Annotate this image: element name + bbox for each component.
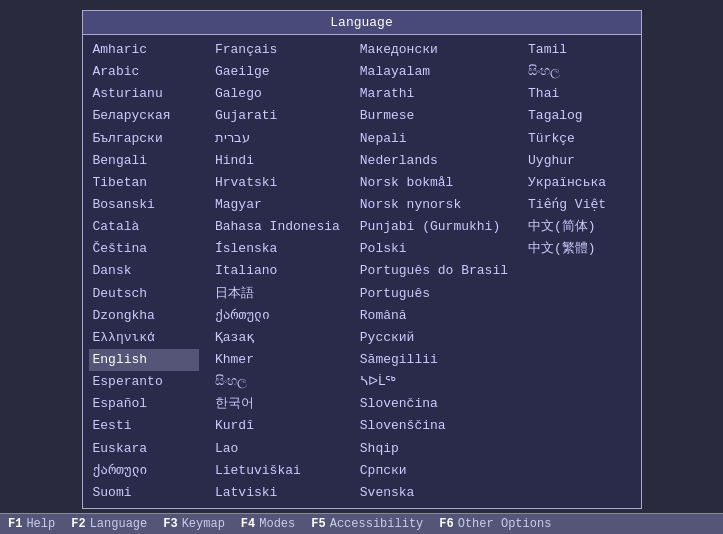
lang-col-2: МакедонскиMalayalamMarathiBurmeseNepaliN… <box>350 35 518 508</box>
language-item[interactable]: Burmese <box>356 105 512 127</box>
language-item[interactable]: English <box>89 349 199 371</box>
language-item[interactable]: Tibetan <box>89 172 199 194</box>
language-item[interactable]: 中文(繁體) <box>524 238 634 260</box>
footer-item-f4[interactable]: F4Modes <box>241 517 295 531</box>
language-item[interactable]: Norsk bokmål <box>356 172 512 194</box>
language-item[interactable] <box>524 280 634 282</box>
language-item[interactable]: Tiếng Việt <box>524 194 634 216</box>
language-item[interactable]: Français <box>211 39 344 61</box>
language-item[interactable]: Română <box>356 305 512 327</box>
language-item[interactable]: Amharic <box>89 39 199 61</box>
language-item[interactable]: Македонски <box>356 39 512 61</box>
language-item[interactable]: Euskara <box>89 438 199 460</box>
footer-bar: F1HelpF2LanguageF3KeymapF4ModesF5Accessi… <box>0 513 723 534</box>
language-item[interactable]: 한국어 <box>211 393 344 415</box>
language-item[interactable]: Polski <box>356 238 512 260</box>
language-item[interactable]: Deutsch <box>89 283 199 305</box>
language-item[interactable]: Slovenčina <box>356 393 512 415</box>
language-item[interactable]: Norsk nynorsk <box>356 194 512 216</box>
footer-item-f1[interactable]: F1Help <box>8 517 55 531</box>
language-item[interactable]: Nederlands <box>356 150 512 172</box>
language-item[interactable]: Português <box>356 283 512 305</box>
language-item[interactable]: עברית <box>211 128 344 150</box>
language-item[interactable]: Български <box>89 128 199 150</box>
language-item[interactable]: 中文(简体) <box>524 216 634 238</box>
language-item[interactable]: Bahasa Indonesia <box>211 216 344 238</box>
language-item[interactable]: Tamil <box>524 39 634 61</box>
lang-col-1: FrançaisGaeilgeGalegoGujaratiעבריתHindiH… <box>205 35 350 508</box>
language-item[interactable]: Slovenščina <box>356 415 512 437</box>
language-item[interactable]: Português do Brasil <box>356 260 512 282</box>
language-item[interactable]: Arabic <box>89 61 199 83</box>
footer-key: F6 <box>439 517 453 531</box>
footer-key: F4 <box>241 517 255 531</box>
language-item[interactable]: Беларуская <box>89 105 199 127</box>
dialog-title: Language <box>83 11 641 35</box>
language-item[interactable]: Marathi <box>356 83 512 105</box>
language-item[interactable]: Asturianu <box>89 83 199 105</box>
language-item[interactable]: Magyar <box>211 194 344 216</box>
language-item[interactable]: සිංහල <box>524 61 634 83</box>
lang-col-0: AmharicArabicAsturianuБеларускаяБългарск… <box>83 35 205 508</box>
language-item[interactable]: Galego <box>211 83 344 105</box>
language-item[interactable]: Hrvatski <box>211 172 344 194</box>
footer-key: F1 <box>8 517 22 531</box>
footer-label: Accessibility <box>330 517 424 531</box>
language-item[interactable]: Српски <box>356 460 512 482</box>
language-item[interactable]: Gaeilge <box>211 61 344 83</box>
language-item[interactable]: Dzongkha <box>89 305 199 327</box>
footer-label: Help <box>26 517 55 531</box>
language-item[interactable]: ᓴᐅᒫᖅ <box>356 371 512 393</box>
language-item[interactable]: Punjabi (Gurmukhi) <box>356 216 512 238</box>
language-item[interactable]: Ελληνικά <box>89 327 199 349</box>
language-item[interactable]: Suomi <box>89 482 199 504</box>
language-dialog: Language AmharicArabicAsturianuБеларуска… <box>82 10 642 509</box>
language-item[interactable]: Thai <box>524 83 634 105</box>
language-item[interactable]: Čeština <box>89 238 199 260</box>
footer-item-f2[interactable]: F2Language <box>71 517 147 531</box>
language-item[interactable]: Lao <box>211 438 344 460</box>
language-item[interactable]: Italiano <box>211 260 344 282</box>
language-item[interactable]: Türkçe <box>524 128 634 150</box>
language-item[interactable]: Bosanski <box>89 194 199 216</box>
language-item[interactable]: Khmer <box>211 349 344 371</box>
footer-key: F2 <box>71 517 85 531</box>
footer-key: F5 <box>311 517 325 531</box>
footer-item-f3[interactable]: F3Keymap <box>163 517 225 531</box>
language-item[interactable]: Tagalog <box>524 105 634 127</box>
footer-label: Modes <box>259 517 295 531</box>
language-item[interactable]: Esperanto <box>89 371 199 393</box>
footer-item-f5[interactable]: F5Accessibility <box>311 517 423 531</box>
language-item[interactable]: Русский <box>356 327 512 349</box>
language-item[interactable]: Kurdî <box>211 415 344 437</box>
language-item[interactable]: Українська <box>524 172 634 194</box>
main-area: Language AmharicArabicAsturianuБеларуска… <box>0 0 723 513</box>
lang-col-3: TamilසිංහලThaiTagalogTürkçeUyghurУкраїнс… <box>518 35 640 508</box>
language-item[interactable]: Hindi <box>211 150 344 172</box>
language-item[interactable]: Malayalam <box>356 61 512 83</box>
language-item[interactable]: Español <box>89 393 199 415</box>
language-item[interactable]: Bengali <box>89 150 199 172</box>
language-item[interactable]: Lietuviškai <box>211 460 344 482</box>
language-item[interactable]: ქართული <box>211 305 344 327</box>
language-grid: AmharicArabicAsturianuБеларускаяБългарск… <box>83 35 641 508</box>
language-item[interactable]: 日本語 <box>211 283 344 305</box>
language-item[interactable]: Uyghur <box>524 150 634 172</box>
language-item[interactable]: Қазақ <box>211 327 344 349</box>
language-item[interactable]: Latviski <box>211 482 344 504</box>
language-item[interactable]: Dansk <box>89 260 199 282</box>
language-item[interactable]: Eesti <box>89 415 199 437</box>
language-item[interactable]: Shqip <box>356 438 512 460</box>
language-item[interactable]: Català <box>89 216 199 238</box>
language-item[interactable]: Gujarati <box>211 105 344 127</box>
footer-label: Keymap <box>182 517 225 531</box>
footer-key: F3 <box>163 517 177 531</box>
language-item[interactable]: Sāmegillii <box>356 349 512 371</box>
footer-label: Language <box>90 517 148 531</box>
language-item[interactable]: සිංහල <box>211 371 344 393</box>
language-item[interactable]: Nepali <box>356 128 512 150</box>
footer-item-f6[interactable]: F6Other Options <box>439 517 551 531</box>
language-item[interactable]: Svenska <box>356 482 512 504</box>
language-item[interactable]: Íslenska <box>211 238 344 260</box>
language-item[interactable]: ქართული <box>89 460 199 482</box>
